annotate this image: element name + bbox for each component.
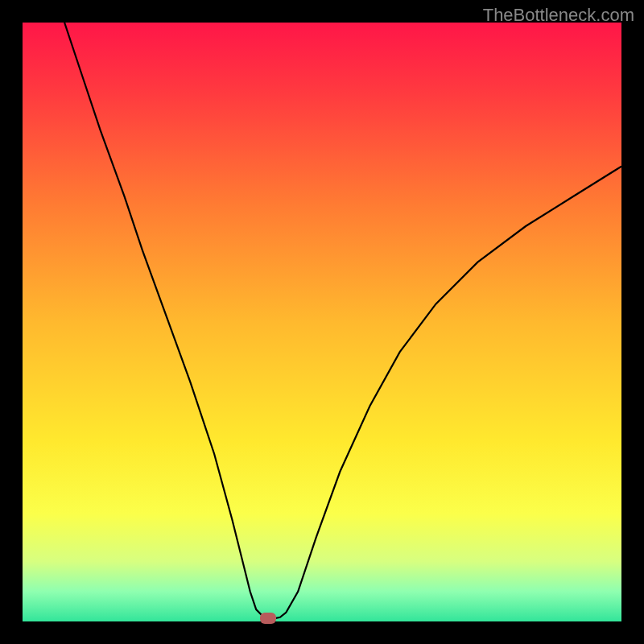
- minimum-marker: [260, 613, 276, 624]
- chart-frame: [23, 23, 621, 621]
- watermark-text: TheBottleneck.com: [483, 5, 634, 26]
- bottleneck-curve: [23, 23, 621, 621]
